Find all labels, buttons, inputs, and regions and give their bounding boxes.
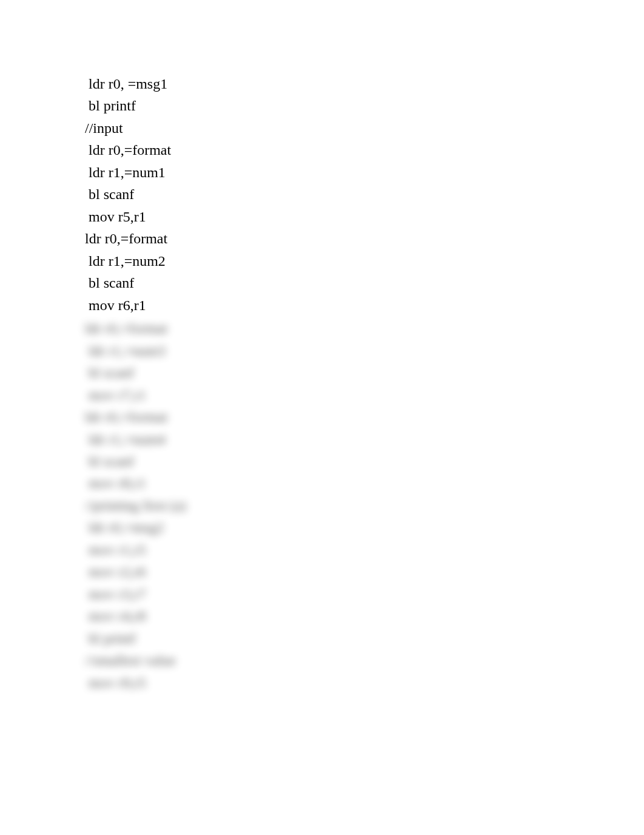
code-line-blurred: mov r4,r8 [85, 605, 644, 627]
code-line: ldr r0,=format [85, 139, 644, 161]
code-line-blurred: mov r8,r1 [85, 472, 644, 494]
code-line-blurred: ldr r1,=num4 [85, 428, 644, 450]
code-line-blurred: mov r1,r5 [85, 539, 644, 561]
code-line: ldr r0, =msg1 [85, 73, 644, 95]
code-line: bl scanf [85, 272, 644, 294]
code-line-blurred: mov r7,r1 [85, 384, 644, 406]
code-block-blurred: ldr r0,=format ldr r1,=num3 bl scanf mov… [85, 317, 644, 694]
code-line: ldr r1,=num1 [85, 161, 644, 183]
code-line-blurred: //smallest value [85, 649, 644, 671]
code-line: ldr r0,=format [85, 228, 644, 249]
code-line: mov r6,r1 [85, 294, 644, 316]
code-line-blurred: ldr r1,=num3 [85, 340, 644, 362]
code-line-blurred: ldr r0,=format [85, 317, 644, 339]
code-line: bl scanf [85, 183, 644, 205]
code-line-blurred: ldr r0,=format [85, 406, 644, 428]
code-line-blurred: mov r3,r7 [85, 583, 644, 605]
code-line: bl printf [85, 95, 644, 117]
code-line-blurred: //printing first (a) [85, 495, 644, 516]
document-page: ldr r0, =msg1 bl printf //input ldr r0,=… [0, 0, 644, 694]
code-line-blurred: mov r9,r5 [85, 672, 644, 694]
code-line: mov r5,r1 [85, 206, 644, 228]
code-line: //input [85, 117, 644, 139]
code-line-blurred: bl printf [85, 627, 644, 649]
code-line-blurred: mov r2,r6 [85, 561, 644, 583]
code-line-blurred: bl scanf [85, 450, 644, 472]
code-line: ldr r1,=num2 [85, 250, 644, 272]
code-line-blurred: bl scanf [85, 362, 644, 384]
code-block-clear: ldr r0, =msg1 bl printf //input ldr r0,=… [85, 73, 644, 316]
code-line-blurred: ldr r0,=msg2 [85, 516, 644, 538]
